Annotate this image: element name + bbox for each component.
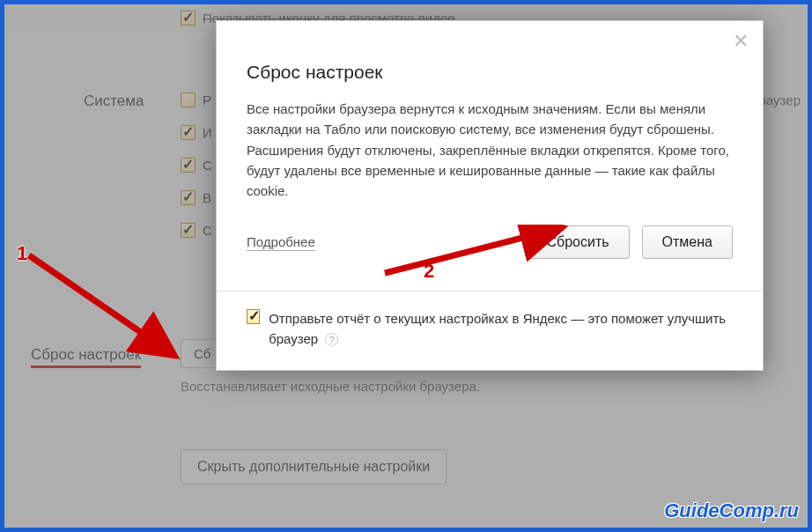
dialog-description: Все настройки браузера вернутся к исходн… xyxy=(247,99,733,201)
cancel-button[interactable]: Отмена xyxy=(642,225,733,259)
reset-settings-dialog: ✕ Сброс настроек Все настройки браузера … xyxy=(216,20,764,371)
learn-more-link[interactable]: Подробнее xyxy=(247,234,315,251)
annotation-number-2: 2 xyxy=(424,260,434,283)
reset-confirm-label: Сбросить xyxy=(546,234,609,249)
help-icon[interactable]: ? xyxy=(325,333,338,346)
annotation-number-1: 1 xyxy=(17,242,27,265)
dialog-footer: Отправьте отчёт о текущих настройках в Я… xyxy=(217,291,763,370)
reset-confirm-button[interactable]: Сбросить xyxy=(526,225,629,259)
send-report-label: Отправьте отчёт о текущих настройках в Я… xyxy=(269,309,733,349)
close-icon[interactable]: ✕ xyxy=(731,32,750,51)
watermark: GuideComp.ru xyxy=(664,499,799,522)
dialog-actions: Подробнее Сбросить Отмена xyxy=(247,225,733,259)
send-report-checkbox[interactable] xyxy=(247,309,260,324)
cancel-label: Отмена xyxy=(662,234,712,249)
dialog-title: Сброс настроек xyxy=(247,62,733,83)
